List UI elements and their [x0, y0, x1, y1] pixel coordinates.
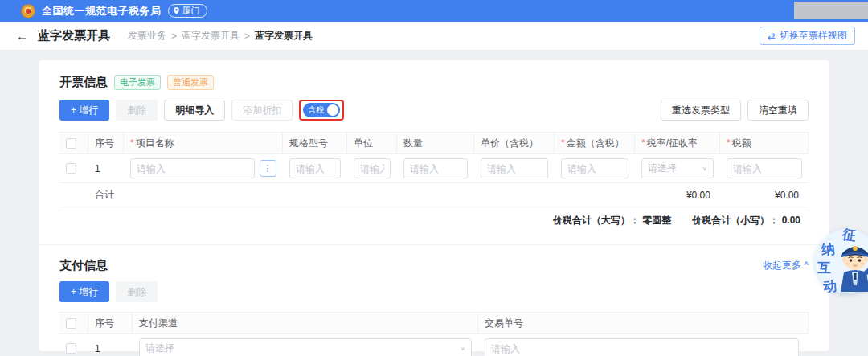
amount-total-value: ¥0.00 — [686, 190, 710, 201]
payment-row-checkbox[interactable] — [66, 343, 76, 354]
row-checkbox[interactable] — [66, 163, 76, 174]
location-pin-icon — [173, 7, 180, 14]
breadcrumb-item[interactable]: 蓝字发票开具 — [182, 29, 240, 43]
tag-electronic-invoice: 电子发票 — [114, 75, 161, 90]
delete-row-button[interactable]: 删除 — [116, 100, 158, 121]
breadcrumb-item-current: 蓝字发票开具 — [255, 29, 313, 43]
tax-total-value: ¥0.00 — [775, 190, 799, 201]
row-index: 1 — [88, 154, 124, 182]
annotation-highlight-box: 含税 — [299, 100, 344, 121]
col-header-amount: *金额（含税） — [555, 133, 635, 153]
topbar: 全国统一规范电子税务局 厦门 — [0, 0, 868, 22]
location-label: 厦门 — [182, 5, 200, 17]
payment-delete-row-button[interactable]: 删除 — [116, 281, 158, 302]
unit-input[interactable] — [354, 158, 391, 178]
tax-rate-select[interactable]: 请选择 ∨ — [641, 158, 714, 178]
payment-row-index: 1 — [88, 334, 133, 356]
collapse-more-link[interactable]: 收起更多 ^ — [763, 259, 809, 272]
invoice-toolbar: + 增行 删除 明细导入 添加折扣 含税 重选发票类型 清空重填 — [59, 100, 809, 121]
col-header-tax-amount: *税额 — [720, 133, 809, 153]
col-header-unit: 单位 — [347, 133, 397, 153]
quantity-input[interactable] — [403, 158, 468, 178]
back-arrow-icon[interactable]: ← — [16, 29, 28, 43]
totals-label: 合计 — [95, 188, 114, 202]
tax-total-upper-value: 零圆整 — [642, 215, 671, 226]
add-row-button[interactable]: + 增行 — [59, 100, 109, 121]
invoice-section-header: 开票信息 电子发票 普通发票 — [59, 75, 809, 90]
tax-amount-input[interactable] — [727, 158, 802, 178]
main-card: 开票信息 电子发票 普通发票 + 增行 删除 明细导入 添加折扣 含税 重选发票… — [39, 60, 829, 351]
tax-bureau-emblem-icon — [21, 4, 35, 18]
tax-total-lower-value: 0.00 — [782, 215, 800, 226]
mascot-char: 互 — [817, 259, 831, 277]
payment-toolbar: + 增行 删除 — [59, 281, 809, 302]
redacted-user-area — [794, 2, 868, 19]
page-title: 蓝字发票开具 — [38, 28, 110, 43]
invoice-table-row: 1 ⋮ 请选择 ∨ — [59, 154, 809, 183]
breadcrumb-separator: > — [171, 31, 177, 42]
header-checkbox[interactable] — [66, 138, 76, 149]
spec-input[interactable] — [289, 158, 341, 178]
tax-officer-cartoon-icon — [834, 235, 868, 293]
chevron-down-icon: ∨ — [702, 166, 707, 172]
swap-arrows-icon: ⇄ — [768, 31, 776, 42]
add-discount-button[interactable]: 添加折扣 — [231, 100, 293, 121]
payment-header-checkbox[interactable] — [66, 318, 76, 329]
item-name-more-button[interactable]: ⋮ — [260, 160, 276, 177]
reselect-invoice-type-button[interactable]: 重选发票类型 — [661, 100, 741, 121]
tag-normal-invoice: 普通发票 — [167, 75, 214, 90]
switch-view-label: 切换至票样视图 — [780, 29, 847, 43]
col-header-spec: 规格型号 — [283, 133, 347, 153]
tax-total-upper-label: 价税合计（大写）： — [553, 215, 640, 226]
payment-section-title: 支付信息 — [59, 258, 108, 273]
invoice-section-title: 开票信息 — [59, 75, 108, 90]
tax-included-toggle[interactable]: 含税 — [303, 103, 340, 117]
item-name-input[interactable] — [130, 158, 255, 178]
pay-channel-select[interactable]: 请选择 ∨ — [139, 338, 472, 356]
col-header-pay-channel: 支付渠道 — [133, 313, 478, 333]
switch-view-button[interactable]: ⇄ 切换至票样视图 — [760, 27, 855, 45]
invoice-table: 序号 *项目名称 规格型号 单位 数量 单价（含税） *金额（含税） *税率/征… — [59, 132, 809, 233]
breadcrumb-item[interactable]: 发票业务 — [128, 29, 166, 43]
payment-table-header: 序号 支付渠道 交易单号 — [59, 312, 809, 334]
location-badge[interactable]: 厦门 — [168, 4, 207, 18]
unit-price-input[interactable] — [481, 158, 548, 178]
payment-table-row: 1 请选择 ∨ — [59, 334, 809, 356]
invoice-table-header: 序号 *项目名称 规格型号 单位 数量 单价（含税） *金额（含税） *税率/征… — [59, 132, 809, 154]
col-header-transaction-no: 交易单号 — [478, 313, 809, 333]
app-title: 全国统一规范电子税务局 — [42, 4, 162, 18]
payment-add-row-button[interactable]: + 增行 — [59, 281, 109, 302]
tax-total-lower-label: 价税合计（小写）： — [692, 215, 779, 226]
col-header-pay-index: 序号 — [88, 313, 133, 333]
payment-section-header: 支付信息 收起更多 ^ — [59, 258, 809, 273]
payment-table: 序号 支付渠道 交易单号 1 请选择 ∨ — [59, 312, 809, 356]
col-header-tax-rate: *税率/征收率 — [635, 133, 720, 153]
chevron-down-icon: ∨ — [460, 346, 465, 352]
col-header-index: 序号 — [88, 133, 124, 153]
breadcrumb-separator: > — [244, 31, 250, 42]
transaction-no-input[interactable] — [485, 338, 799, 356]
interaction-mascot-widget[interactable]: 征 纳 互 动 — [810, 224, 868, 298]
tax-summary-row: 价税合计（大写）： 零圆整 价税合计（小写）： 0.00 — [59, 207, 809, 233]
totals-row: 合计 ¥0.00 ¥0.00 — [59, 183, 809, 207]
amount-input[interactable] — [561, 158, 628, 178]
col-header-unit-price: 单价（含税） — [474, 133, 555, 153]
tax-included-toggle-label: 含税 — [308, 104, 324, 116]
toggle-knob — [327, 104, 338, 116]
col-header-quantity: 数量 — [397, 133, 474, 153]
clear-refill-button[interactable]: 清空重填 — [747, 100, 809, 121]
detail-import-button[interactable]: 明细导入 — [164, 100, 225, 121]
page-background: 开票信息 电子发票 普通发票 + 增行 删除 明细导入 添加折扣 含税 重选发票… — [0, 51, 868, 356]
col-header-item-name: *项目名称 — [124, 133, 283, 153]
breadcrumb: 发票业务 > 蓝字发票开具 > 蓝字发票开具 — [128, 29, 313, 43]
section-divider — [39, 244, 829, 245]
breadcrumb-bar: ← 蓝字发票开具 发票业务 > 蓝字发票开具 > 蓝字发票开具 ⇄ 切换至票样视… — [0, 22, 868, 51]
